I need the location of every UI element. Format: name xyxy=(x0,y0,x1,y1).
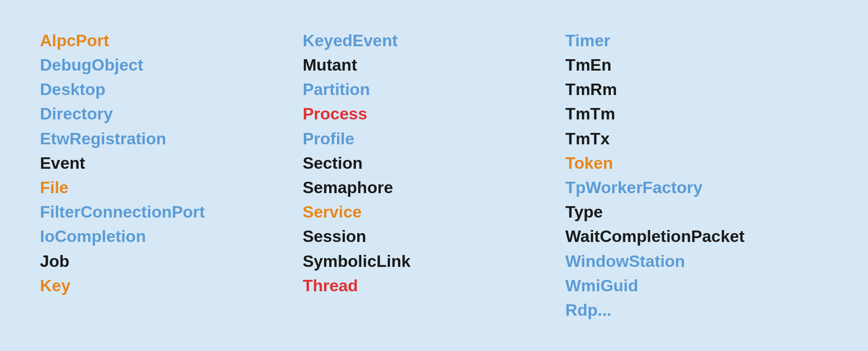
item-debugobject: DebugObject xyxy=(40,54,303,76)
item-rdp---: Rdp... xyxy=(565,299,828,321)
item-tmrm: TmRm xyxy=(565,78,828,101)
item-file: File xyxy=(40,177,303,199)
item-timer: Timer xyxy=(565,30,828,52)
item-service: Service xyxy=(303,201,566,223)
column-col1: AlpcPortDebugObjectDesktopDirectoryEtwRe… xyxy=(40,30,303,321)
item-symboliclink: SymbolicLink xyxy=(303,250,566,273)
item-thread: Thread xyxy=(303,275,566,297)
item-mutant: Mutant xyxy=(303,54,566,76)
item-type: Type xyxy=(565,201,828,223)
item-tmtx: TmTx xyxy=(565,128,828,150)
item-session: Session xyxy=(303,225,566,248)
main-container: AlpcPortDebugObjectDesktopDirectoryEtwRe… xyxy=(19,14,849,337)
item-tmen: TmEn xyxy=(565,54,828,76)
item-tpworkerfactory: TpWorkerFactory xyxy=(565,177,828,199)
item-etwregistration: EtwRegistration xyxy=(40,128,303,150)
item-tmtm: TmTm xyxy=(565,103,828,125)
item-windowstation: WindowStation xyxy=(565,250,828,273)
item-alpcport: AlpcPort xyxy=(40,30,303,52)
item-filterconnectionport: FilterConnectionPort xyxy=(40,201,303,223)
item-keyedevent: KeyedEvent xyxy=(303,30,566,52)
item-event: Event xyxy=(40,152,303,174)
item-desktop: Desktop xyxy=(40,78,303,101)
item-directory: Directory xyxy=(40,103,303,125)
item-waitcompletionpacket: WaitCompletionPacket xyxy=(565,225,828,248)
item-profile: Profile xyxy=(303,128,566,150)
item-process: Process xyxy=(303,103,566,125)
item-section: Section xyxy=(303,152,566,174)
item-iocompletion: IoCompletion xyxy=(40,225,303,248)
item-wmiguid: WmiGuid xyxy=(565,275,828,297)
item-job: Job xyxy=(40,250,303,273)
column-col3: TimerTmEnTmRmTmTmTmTxTokenTpWorkerFactor… xyxy=(565,30,828,321)
column-col2: KeyedEventMutantPartitionProcessProfileS… xyxy=(303,30,566,321)
item-partition: Partition xyxy=(303,78,566,101)
item-token: Token xyxy=(565,152,828,174)
item-key: Key xyxy=(40,275,303,297)
item-semaphore: Semaphore xyxy=(303,177,566,199)
